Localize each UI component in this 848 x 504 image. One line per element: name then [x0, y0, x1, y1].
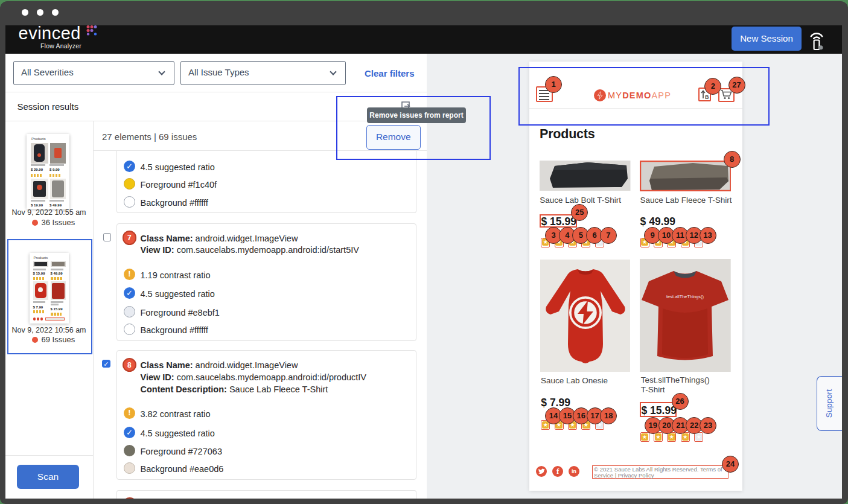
svg-text:test.allTheThings(): test.allTheThings() [666, 294, 704, 299]
